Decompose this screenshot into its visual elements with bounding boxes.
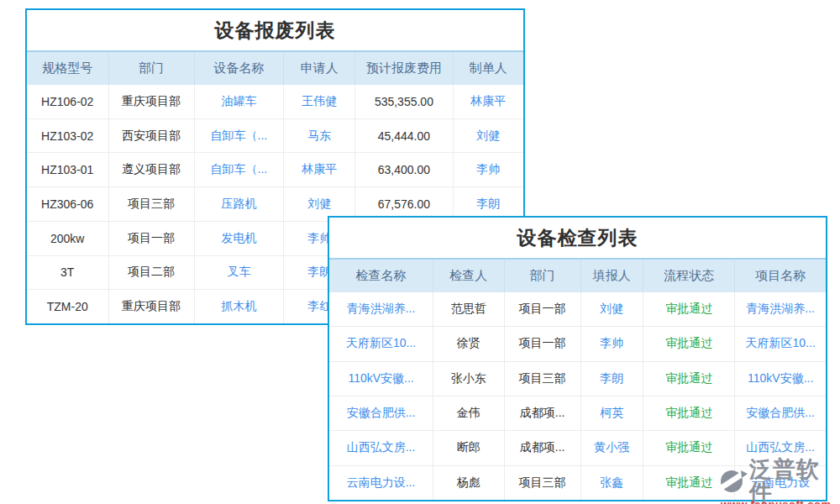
table-row: HZ103-02西安项目部自卸车（...马东45,444.00刘健 <box>27 119 523 154</box>
text-cell: 徐贤 <box>433 327 505 360</box>
column-header: 预计报废费用 <box>355 52 453 85</box>
status-cell: 审批通过 <box>643 327 735 360</box>
text-cell: 遵义项目部 <box>109 153 195 186</box>
column-header: 申请人 <box>284 52 355 85</box>
link-cell[interactable]: 青海洪湖养... <box>735 292 826 326</box>
text-cell: 项目三部 <box>505 362 581 396</box>
link-cell[interactable]: 山西弘文房... <box>329 431 433 465</box>
column-header: 项目名称 <box>735 260 826 292</box>
link-cell[interactable]: 抓木机 <box>195 290 284 323</box>
link-cell[interactable]: 自卸车（... <box>195 153 284 186</box>
text-cell: 200kw <box>27 222 109 255</box>
text-cell: HZ103-01 <box>27 153 109 186</box>
text-cell: 项目三部 <box>109 187 195 221</box>
text-cell: 断郎 <box>433 431 505 465</box>
link-cell[interactable]: 刘健 <box>454 119 523 153</box>
text-cell: 项目一部 <box>505 327 581 360</box>
table-row: 青海洪湖养...范思哲项目一部刘健审批通过青海洪湖养... <box>329 292 826 327</box>
link-cell[interactable]: 天府新区10... <box>329 327 433 360</box>
text-cell: 项目三部 <box>505 466 581 500</box>
link-cell[interactable]: 青海洪湖养... <box>329 292 433 326</box>
link-cell[interactable]: 天府新区10... <box>735 327 826 360</box>
column-header: 检查人 <box>433 260 505 292</box>
text-cell: 535,355.00 <box>355 85 453 118</box>
inspection-table-header-row: 检查名称检查人部门填报人流程状态项目名称 <box>329 258 826 292</box>
text-cell: 项目一部 <box>109 222 195 255</box>
link-cell[interactable]: 张鑫 <box>581 466 643 500</box>
table-row: 天府新区10...徐贤项目一部李帅审批通过天府新区10... <box>329 327 826 361</box>
link-cell[interactable]: 李帅 <box>454 153 523 186</box>
link-cell[interactable]: 柯英 <box>581 396 643 430</box>
scrap-table-title: 设备报废列表 <box>27 10 523 50</box>
text-cell: 重庆项目部 <box>109 85 195 118</box>
text-cell: 3T <box>27 256 109 290</box>
link-cell[interactable]: 叉车 <box>195 256 284 290</box>
column-header: 检查名称 <box>329 260 433 292</box>
text-cell: 45,444.00 <box>355 119 453 153</box>
watermark-brand-text: 泛普软件 <box>749 459 840 504</box>
text-cell: 西安项目部 <box>109 119 195 153</box>
link-cell[interactable]: 油罐车 <box>195 85 284 118</box>
link-cell[interactable]: 林康平 <box>454 85 523 118</box>
inspection-table-title: 设备检查列表 <box>329 218 826 258</box>
link-cell[interactable]: 李朗 <box>581 362 643 396</box>
text-cell: 重庆项目部 <box>109 290 195 323</box>
link-cell[interactable]: 110kV安徽... <box>329 362 433 396</box>
column-header: 流程状态 <box>643 260 735 292</box>
text-cell: 63,400.00 <box>355 153 453 186</box>
column-header: 部门 <box>505 260 581 292</box>
table-row: 安徽合肥供...金伟成都项...柯英审批通过安徽合肥供... <box>329 396 826 431</box>
text-cell: TZM-20 <box>27 290 109 323</box>
fanpu-logo-icon <box>719 469 748 494</box>
text-cell: 杨彪 <box>433 466 505 500</box>
column-header: 设备名称 <box>195 52 284 85</box>
status-cell: 审批通过 <box>643 362 735 396</box>
link-cell[interactable]: 安徽合肥供... <box>735 396 826 430</box>
link-cell[interactable]: 李帅 <box>581 327 643 360</box>
link-cell[interactable]: 110kV安徽... <box>735 362 826 396</box>
link-cell[interactable]: 发电机 <box>195 222 284 255</box>
text-cell: 项目一部 <box>505 292 581 326</box>
link-cell[interactable]: 刘健 <box>581 292 643 326</box>
link-cell[interactable]: 黄小强 <box>581 431 643 465</box>
scrap-table-header-row: 规格型号部门设备名称申请人预计报废费用制单人 <box>27 50 523 85</box>
column-header: 制单人 <box>454 52 523 85</box>
table-row: 110kV安徽...张小东项目三部李朗审批通过110kV安徽... <box>329 362 826 396</box>
link-cell[interactable]: 自卸车（... <box>195 119 284 153</box>
table-row: HZ103-01遵义项目部自卸车（...林康平63,400.00李帅 <box>27 153 523 187</box>
status-cell: 审批通过 <box>643 292 735 326</box>
column-header: 部门 <box>109 52 195 85</box>
link-cell[interactable]: 马东 <box>284 119 355 153</box>
link-cell[interactable]: 云南电力设... <box>329 466 433 500</box>
text-cell: HZ306-06 <box>27 187 109 221</box>
table-row: HZ106-02重庆项目部油罐车王伟健535,355.00林康平 <box>27 85 523 119</box>
column-header: 填报人 <box>581 260 643 292</box>
link-cell[interactable]: 压路机 <box>195 187 284 221</box>
text-cell: 项目二部 <box>109 256 195 290</box>
text-cell: HZ106-02 <box>27 85 109 118</box>
link-cell[interactable]: 王伟健 <box>284 85 355 118</box>
text-cell: 成都项... <box>505 396 581 430</box>
vendor-watermark: 泛普软件 www.fanpusoft.com <box>719 459 840 504</box>
column-header: 规格型号 <box>27 52 109 85</box>
link-cell[interactable]: 林康平 <box>284 153 355 186</box>
watermark-url-text: www.fanpusoft.com <box>721 499 832 504</box>
text-cell: 金伟 <box>433 396 505 430</box>
text-cell: HZ103-02 <box>27 119 109 153</box>
text-cell: 成都项... <box>505 431 581 465</box>
text-cell: 张小东 <box>433 362 505 396</box>
status-cell: 审批通过 <box>643 396 735 430</box>
text-cell: 范思哲 <box>433 292 505 326</box>
link-cell[interactable]: 安徽合肥供... <box>329 396 433 430</box>
